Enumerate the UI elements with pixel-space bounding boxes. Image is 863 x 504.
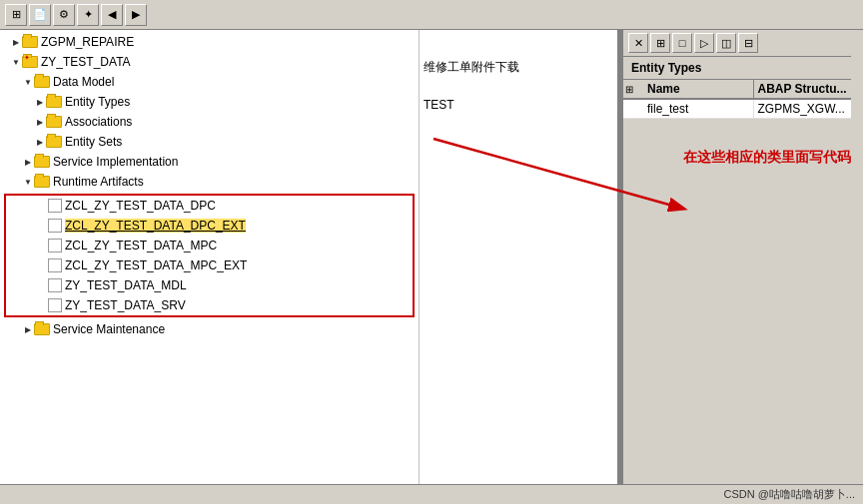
folder-icon-ra [34, 176, 50, 189]
label-zcl-mpc-ext: ZCL_ZY_TEST_DATA_MPC_EXT [65, 258, 247, 272]
arrow-service-maint: ▶ [22, 325, 34, 334]
annotation-text: 在这些相应的类里面写代码就可以了 [683, 149, 863, 167]
label-zcl-dpc: ZCL_ZY_TEST_DATA_DPC [65, 199, 216, 213]
row-indicator [623, 100, 643, 118]
right-btn-6[interactable]: ⊟ [738, 33, 758, 53]
arrow-service-impl: ▶ [22, 158, 34, 167]
toolbar-btn-settings[interactable]: ⚙ [53, 4, 75, 26]
tree-item-service-maint[interactable]: ▶ Service Maintenance [0, 319, 419, 339]
tree-item-zy-mdl[interactable]: ZY_TEST_DATA_MDL [6, 275, 413, 295]
tree-item-zcl-dpc-ext[interactable]: ZCL_ZY_TEST_DATA_DPC_EXT [6, 216, 413, 236]
toolbar-btn-grid[interactable]: ⊞ [5, 4, 27, 26]
label-runtime: Runtime Artifacts [53, 175, 144, 189]
toolbar: ⊞ 📄 ⚙ ✦ ◀ ▶ [0, 0, 863, 30]
desc-text-zy: TEST [424, 98, 454, 112]
folder-icon-es [46, 136, 62, 149]
tree-panel[interactable]: ▶ ZGPM_REPAIRE ▼ ✦ [0, 30, 420, 484]
desc-panel: 维修工单附件下载 TEST [420, 30, 617, 484]
header-name-label: Name [647, 82, 680, 96]
label-service-maint: Service Maintenance [53, 322, 165, 336]
entity-table-header: ⊞ Name ABAP Structu... [623, 79, 863, 100]
label-zy-test: ZY_TEST_DATA [41, 55, 131, 69]
header-name: Name [643, 80, 754, 98]
toolbar-btn-star[interactable]: ✦ [77, 4, 99, 26]
content-area: ▶ ZGPM_REPAIRE ▼ ✦ [0, 30, 863, 484]
annotation-area: 在这些相应的类里面写代码就可以了 [623, 119, 863, 484]
tree-item-zgpm[interactable]: ▶ ZGPM_REPAIRE [0, 32, 419, 52]
row-abap-value: ZGPMS_XGW... [758, 102, 845, 116]
right-btn-1[interactable]: ✕ [628, 33, 648, 53]
doc-icon-zy-srv [48, 298, 62, 312]
right-btn-3[interactable]: □ [672, 33, 692, 53]
label-service-impl: Service Implementation [53, 155, 178, 169]
right-btn-4[interactable]: ▷ [694, 33, 714, 53]
header-icon: ⊞ [625, 84, 633, 95]
tree-item-zcl-mpc[interactable]: ZCL_ZY_TEST_DATA_MPC [6, 236, 413, 255]
doc-icon-zcl-mpc [48, 239, 62, 252]
scrollbar-right[interactable] [851, 56, 863, 464]
arrow-data-model: ▼ [22, 78, 34, 87]
toolbar-btn-back[interactable]: ◀ [101, 4, 123, 26]
folder-icon-et [46, 96, 62, 109]
tree-item-associations[interactable]: ▶ Associations [0, 112, 419, 132]
arrow-zy-test: ▼ [10, 58, 22, 67]
label-entity-sets: Entity Sets [65, 135, 122, 149]
arrow-associations: ▶ [34, 118, 46, 127]
folder-icon-assoc [46, 116, 62, 129]
main-window: ⊞ 📄 ⚙ ✦ ◀ ▶ ▶ ZGPM_REPAIRE [0, 0, 863, 504]
toolbar-btn-copy[interactable]: 📄 [29, 4, 51, 26]
row-abap: ZGPMS_XGW... [754, 100, 864, 118]
tree-item-runtime[interactable]: ▼ Runtime Artifacts [0, 172, 419, 192]
bottom-bar: CSDN @咕噜咕噜胡萝卜... [0, 484, 863, 504]
entity-types-title: Entity Types [623, 57, 863, 79]
doc-icon-zy-mdl [48, 278, 62, 292]
entity-table-row[interactable]: file_test ZGPMS_XGW... [623, 100, 863, 119]
folder-icon [22, 36, 38, 49]
arrow-entity-types: ▶ [34, 98, 46, 107]
tree-item-entity-sets[interactable]: ▶ Entity Sets [0, 132, 419, 152]
arrow-runtime: ▼ [22, 178, 34, 187]
label-zgpm: ZGPM_REPAIRE [41, 35, 134, 49]
right-btn-5[interactable]: ◫ [716, 33, 736, 53]
tree-item-service-impl[interactable]: ▶ Service Implementation [0, 152, 419, 172]
tree-item-entity-types[interactable]: ▶ Entity Types [0, 92, 419, 112]
label-zy-srv: ZY_TEST_DATA_SRV [65, 298, 186, 312]
right-panel: ✕ ⊞ □ ▷ ◫ ⊟ Entity Types ⊞ Name A [623, 30, 863, 484]
label-entity-types: Entity Types [65, 95, 130, 109]
right-btn-2[interactable]: ⊞ [650, 33, 670, 53]
doc-icon-zcl-dpc [48, 199, 62, 213]
folder-icon-sm [34, 323, 50, 336]
tree-item-zcl-dpc[interactable]: ZCL_ZY_TEST_DATA_DPC [6, 196, 413, 216]
desc-text-zgpm: 维修工单附件下载 [424, 60, 519, 74]
doc-icon-zcl-dpc-ext [48, 219, 62, 233]
toolbar-btn-forward[interactable]: ▶ [125, 4, 147, 26]
tree-item-data-model[interactable]: ▼ Data Model [0, 72, 419, 92]
label-zcl-mpc: ZCL_ZY_TEST_DATA_MPC [65, 239, 217, 252]
label-zy-mdl: ZY_TEST_DATA_MDL [65, 278, 187, 292]
arrow-entity-sets: ▶ [34, 138, 46, 147]
tree-item-zcl-mpc-ext[interactable]: ZCL_ZY_TEST_DATA_MPC_EXT [6, 255, 413, 275]
row-name-value: file_test [647, 102, 688, 116]
desc-zy: TEST [424, 98, 613, 112]
header-abap-label: ABAP Structu... [758, 82, 847, 96]
header-indicator: ⊞ [623, 80, 643, 98]
header-abap: ABAP Structu... [754, 80, 864, 98]
folder-icon-zy: ✦ [22, 56, 38, 69]
left-panel: ▶ ZGPM_REPAIRE ▼ ✦ [0, 30, 619, 484]
label-zcl-dpc-ext: ZCL_ZY_TEST_DATA_DPC_EXT [65, 219, 246, 233]
label-associations: Associations [65, 115, 132, 129]
watermark-text: CSDN @咕噜咕噜胡萝卜... [723, 487, 855, 502]
right-toolbar: ✕ ⊞ □ ▷ ◫ ⊟ [623, 30, 863, 57]
tree-item-zy-test[interactable]: ▼ ✦ ZY_TEST_DATA [0, 52, 419, 72]
folder-icon-si [34, 156, 50, 169]
highlighted-block: ZCL_ZY_TEST_DATA_DPC ZCL_ZY_TEST_DATA_DP… [4, 194, 415, 317]
folder-icon-dm [34, 76, 50, 89]
entity-types-label: Entity Types [631, 61, 701, 75]
label-data-model: Data Model [53, 75, 114, 89]
desc-zgpm: 维修工单附件下载 [424, 59, 613, 76]
row-name: file_test [643, 100, 754, 118]
arrow-zgpm: ▶ [10, 38, 22, 47]
doc-icon-zcl-mpc-ext [48, 258, 62, 272]
tree-item-zy-srv[interactable]: ZY_TEST_DATA_SRV [6, 295, 413, 315]
